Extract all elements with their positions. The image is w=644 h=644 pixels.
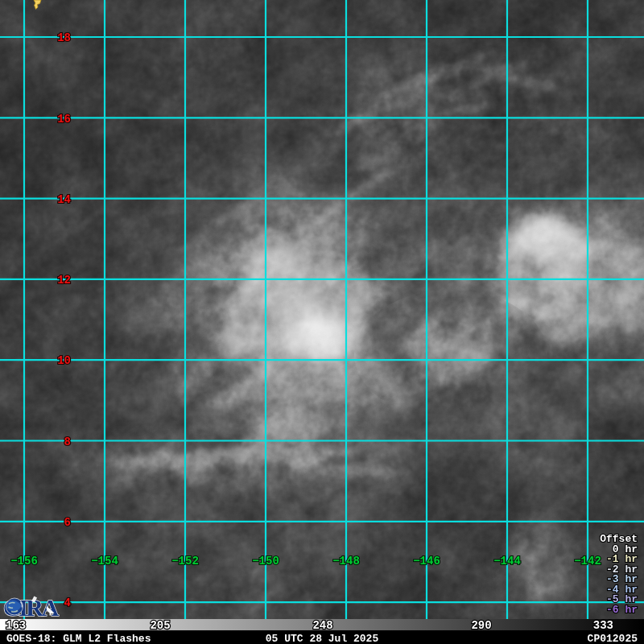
svg-text:GOES-18: GLM L2 Flashes: GOES-18: GLM L2 Flashes xyxy=(6,633,151,644)
svg-text:248: 248 xyxy=(312,619,332,632)
svg-text:−148: −148 xyxy=(332,555,360,568)
svg-text:−154: −154 xyxy=(91,555,118,568)
svg-text:10: 10 xyxy=(57,354,71,367)
svg-text:333: 333 xyxy=(593,619,613,632)
svg-text:−142: −142 xyxy=(574,555,601,568)
svg-text:−156: −156 xyxy=(10,555,38,568)
svg-text:6: 6 xyxy=(64,516,71,529)
svg-text:CP012025: CP012025 xyxy=(588,633,638,644)
svg-text:16: 16 xyxy=(57,113,71,126)
svg-text:-6 hr: -6 hr xyxy=(606,604,638,616)
svg-text:05 UTC 28 Jul 2025: 05 UTC 28 Jul 2025 xyxy=(266,633,379,644)
svg-text:4: 4 xyxy=(64,597,71,609)
svg-text:290: 290 xyxy=(471,619,491,632)
svg-text:163: 163 xyxy=(6,619,26,632)
svg-text:−150: −150 xyxy=(252,555,279,568)
svg-text:205: 205 xyxy=(150,619,170,632)
svg-text:−152: −152 xyxy=(171,555,199,568)
svg-text:−146: −146 xyxy=(413,555,440,568)
svg-text:18: 18 xyxy=(57,31,71,44)
svg-text:14: 14 xyxy=(57,193,71,206)
svg-text:−144: −144 xyxy=(493,555,521,568)
svg-text:8: 8 xyxy=(64,436,71,448)
svg-text:12: 12 xyxy=(57,274,71,287)
